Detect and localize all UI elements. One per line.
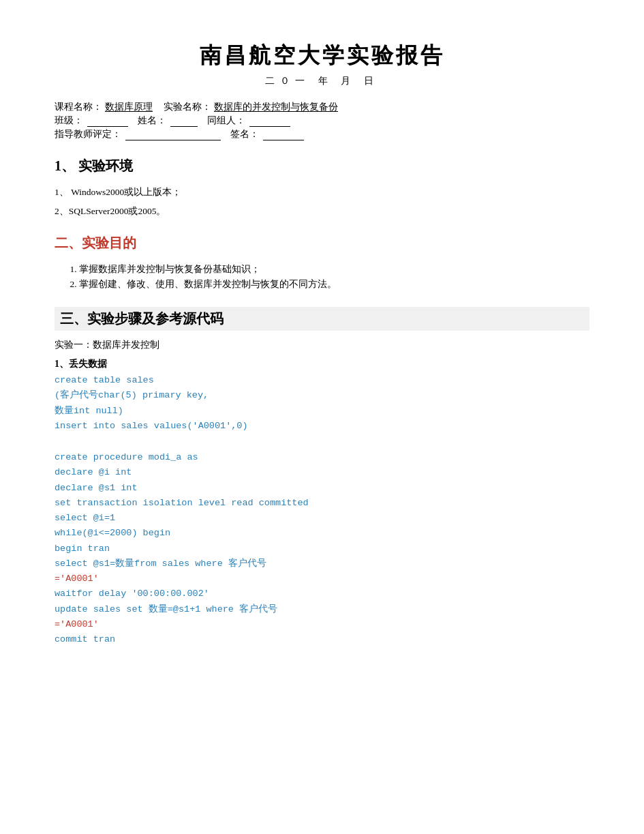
code-line-c2-8: select @s1=数量from sales where 客户代号 bbox=[55, 556, 589, 571]
course-value: 数据库原理 bbox=[105, 101, 153, 113]
code-line-c2-4: set transaction isolation level read com… bbox=[55, 496, 589, 511]
objective-2: 掌握创建、修改、使用、数据库并发控制与恢复的不同方法。 bbox=[79, 278, 589, 291]
class-label: 班级： bbox=[55, 115, 83, 127]
objectives-list: 掌握数据库并发控制与恢复备份基础知识； 掌握创建、修改、使用、数据库并发控制与恢… bbox=[55, 263, 589, 291]
course-label: 课程名称： bbox=[55, 101, 102, 113]
code-line-4: insert into sales values('A0001',0) bbox=[55, 419, 589, 434]
code-line-c2-5: select @i=1 bbox=[55, 511, 589, 526]
experiment-intro: 实验一：数据库并发控制 bbox=[55, 339, 589, 351]
page-title: 南昌航空大学实验报告 bbox=[55, 41, 589, 71]
experiment-value: 数据库的并发控制与恢复备份 bbox=[214, 101, 338, 113]
group-label: 同组人： bbox=[207, 115, 245, 127]
objective-1: 掌握数据库并发控制与恢复备份基础知识； bbox=[79, 263, 589, 275]
env-item-1: 1、 Windows2000或以上版本； bbox=[55, 186, 589, 198]
code-line-2: (客户代号char(5) primary key, bbox=[55, 388, 589, 403]
code-line-c2-13: commit tran bbox=[55, 632, 589, 647]
code-line-1: create table sales bbox=[55, 373, 589, 388]
code-line-c2-1: create procedure modi_a as bbox=[55, 450, 589, 465]
code-line-c2-3: declare @s1 int bbox=[55, 481, 589, 496]
section2-heading: 二、实验目的 bbox=[55, 234, 589, 252]
name-label: 姓名： bbox=[138, 115, 166, 127]
code-block-2: create procedure modi_a as declare @i in… bbox=[55, 450, 589, 647]
code-line-c2-2: declare @i int bbox=[55, 465, 589, 480]
section3-heading: 三、实验步骤及参考源代码 bbox=[55, 307, 589, 331]
code-line-c2-10: waitfor delay '00:00:00.002' bbox=[55, 586, 589, 601]
code-line-c2-9: ='A0001' bbox=[55, 571, 589, 586]
teacher-blank bbox=[125, 129, 221, 140]
class-blank bbox=[87, 115, 128, 127]
info-section: 课程名称： 数据库原理 实验名称： 数据库的并发控制与恢复备份 班级： 姓名： … bbox=[55, 101, 589, 140]
section1-heading: 1、 实验环境 bbox=[55, 157, 589, 175]
code-line-c2-7: begin tran bbox=[55, 541, 589, 556]
code-block-1: create table sales (客户代号char(5) primary … bbox=[55, 373, 589, 434]
sign-blank bbox=[263, 129, 304, 140]
step1-label: 1、丢失数据 bbox=[55, 358, 589, 370]
code-line-c2-12: ='A0001' bbox=[55, 617, 589, 632]
group-blank bbox=[249, 115, 290, 127]
sign-label: 签名： bbox=[230, 128, 259, 140]
env-item-2: 2、SQLServer2000或2005。 bbox=[55, 205, 589, 218]
code-line-3: 数量int null) bbox=[55, 404, 589, 419]
name-blank bbox=[170, 115, 198, 127]
teacher-label: 指导教师评定： bbox=[55, 128, 121, 140]
code-line-c2-6: while(@i<=2000) begin bbox=[55, 526, 589, 541]
experiment-label: 实验名称： bbox=[164, 101, 211, 113]
code-line-c2-11: update sales set 数量=@s1+1 where 客户代号 bbox=[55, 602, 589, 617]
page-date: 二０一 年 月 日 bbox=[55, 75, 589, 87]
